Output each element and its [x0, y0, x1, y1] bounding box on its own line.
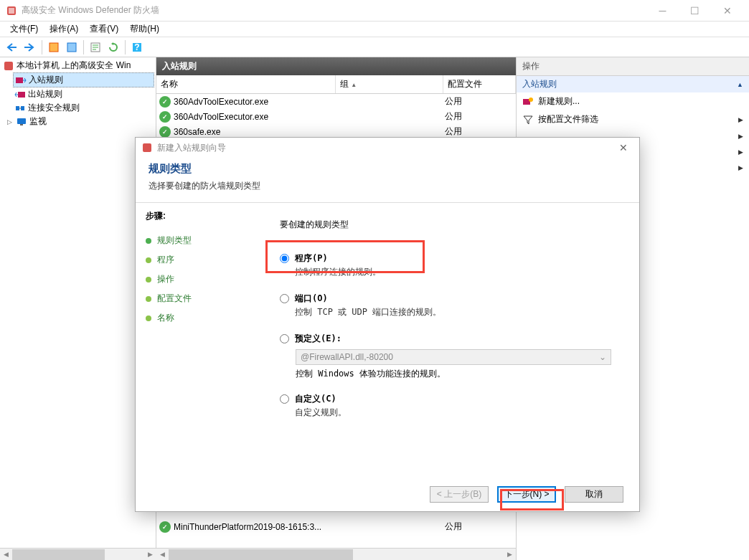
sort-arrow-icon: ▲	[351, 82, 357, 88]
step-profile[interactable]: 配置文件	[146, 289, 251, 308]
svg-text:?: ?	[134, 42, 139, 52]
maximize-button[interactable]: ☐	[679, 1, 711, 21]
tree-outbound[interactable]: 出站规则	[13, 87, 154, 101]
wizard-close-button[interactable]: ✕	[613, 142, 633, 153]
allow-icon: ✓	[159, 126, 171, 138]
predefined-desc: 控制 Windows 体验功能连接的规则。	[296, 368, 621, 380]
radio-custom[interactable]: 自定义(C) 自定义规则。	[280, 391, 621, 420]
menu-view[interactable]: 查看(V)	[84, 22, 124, 37]
step-rule-type[interactable]: 规则类型	[146, 231, 251, 250]
list-header: 名称 组 ▲ 配置文件	[156, 75, 516, 94]
svg-point-15	[529, 98, 533, 102]
col-profile[interactable]: 配置文件	[443, 75, 516, 93]
wizard-dialog: 新建入站规则向导 ✕ 规则类型 选择要创建的防火墙规则类型 步骤: 规则类型 程…	[135, 137, 640, 512]
firewall-icon	[3, 60, 14, 72]
svg-rect-11	[21, 106, 24, 110]
monitor-icon	[16, 116, 27, 128]
menu-action[interactable]: 操作(A)	[44, 22, 84, 37]
svg-rect-8	[16, 77, 23, 83]
action-filter-profile[interactable]: 按配置文件筛选 ▶	[517, 110, 749, 128]
actions-header: 操作	[517, 57, 749, 76]
minimize-button[interactable]: ─	[646, 1, 679, 21]
col-name[interactable]: 名称	[156, 75, 336, 93]
allow-icon: ✓	[159, 111, 171, 123]
close-button[interactable]: ✕	[711, 1, 743, 21]
filter-icon	[522, 114, 534, 125]
title-bar: 高级安全 Windows Defender 防火墙 ─ ☐ ✕	[0, 0, 749, 22]
wizard-icon	[141, 142, 153, 153]
step-action[interactable]: 操作	[146, 270, 251, 289]
radio-program[interactable]: 程序(P) 控制程序连接的规则。	[280, 251, 621, 280]
dropdown-icon: ⌄	[599, 352, 606, 362]
connsec-icon	[14, 103, 26, 114]
svg-rect-3	[67, 43, 76, 52]
wizard-header: 规则类型 选择要创建的防火墙规则类型	[136, 158, 639, 202]
tree-inbound[interactable]: 入站规则	[13, 72, 154, 87]
toolbar-icon-1[interactable]	[46, 39, 62, 55]
center-hscroll[interactable]: ◀▶	[156, 548, 516, 560]
wizard-heading: 规则类型	[149, 162, 626, 176]
back-button: < 上一步(B)	[430, 486, 489, 503]
chevron-right-icon: ▶	[738, 116, 743, 123]
toolbar-icon-3[interactable]	[88, 39, 103, 55]
next-button[interactable]: 下一步(N) >	[497, 486, 556, 503]
radio-program-input[interactable]	[280, 254, 289, 263]
tree-connsec[interactable]: 连接安全规则	[13, 101, 154, 115]
new-rule-icon	[522, 96, 534, 108]
wizard-titlebar: 新建入站规则向导 ✕	[136, 138, 639, 158]
tree-pane: 本地计算机 上的高级安全 Win 入站规则 出站规则 连接安全规则 ▷ 监视	[0, 57, 156, 560]
outbound-icon	[14, 89, 26, 100]
svg-rect-10	[16, 106, 19, 110]
steps-label: 步骤:	[146, 210, 251, 222]
list-row[interactable]: ✓ MiniThunderPlatform2019-08-1615:3... 公…	[156, 519, 516, 534]
wizard-title: 新建入站规则向导	[157, 142, 226, 154]
svg-rect-7	[4, 62, 13, 70]
forward-button[interactable]	[22, 39, 38, 55]
inbound-icon	[15, 75, 27, 86]
toolbar: ?	[0, 37, 749, 57]
svg-rect-16	[143, 143, 151, 152]
radio-custom-input[interactable]	[280, 394, 289, 404]
radio-predefined-input[interactable]	[280, 334, 289, 343]
back-button[interactable]	[4, 39, 20, 55]
radio-predefined[interactable]: 预定义(E):	[280, 331, 621, 346]
wizard-steps: 步骤: 规则类型 程序 操作 配置文件 名称	[136, 203, 261, 477]
svg-rect-1	[9, 8, 14, 14]
menu-bar: 文件(F) 操作(A) 查看(V) 帮助(H)	[0, 22, 749, 37]
actions-section[interactable]: 入站规则 ▲	[517, 76, 749, 92]
collapse-icon: ▲	[737, 81, 743, 88]
predefined-combo: @FirewallAPI.dll,-80200 ⌄	[296, 349, 611, 365]
svg-rect-13	[20, 124, 23, 125]
svg-rect-9	[18, 92, 25, 98]
list-row[interactable]: ✓ 360AdvToolExecutor.exe 公用	[156, 94, 516, 109]
wizard-footer: < 上一步(B) 下一步(N) > 取消	[136, 477, 639, 511]
action-new-rule[interactable]: 新建规则...	[517, 92, 749, 110]
tree-root[interactable]: 本地计算机 上的高级安全 Win	[1, 59, 154, 72]
wizard-prompt: 要创建的规则类型	[280, 219, 621, 231]
window-title: 高级安全 Windows Defender 防火墙	[22, 4, 159, 16]
wizard-content: 要创建的规则类型 程序(P) 控制程序连接的规则。 端口(O) 控制 TCP 或…	[261, 203, 639, 477]
cancel-button[interactable]: 取消	[565, 486, 623, 503]
menu-help[interactable]: 帮助(H)	[124, 22, 165, 37]
radio-port[interactable]: 端口(O) 控制 TCP 或 UDP 端口连接的规则。	[280, 291, 621, 320]
tree-monitor[interactable]: ▷ 监视	[4, 115, 154, 128]
menu-file[interactable]: 文件(F)	[4, 22, 44, 37]
step-program[interactable]: 程序	[146, 250, 251, 270]
step-name[interactable]: 名称	[146, 308, 251, 328]
expand-icon[interactable]: ▷	[6, 118, 14, 125]
svg-rect-12	[17, 118, 26, 124]
wizard-subheading: 选择要创建的防火墙规则类型	[149, 180, 626, 192]
help-button[interactable]: ?	[129, 39, 145, 55]
col-group[interactable]: 组 ▲	[336, 75, 443, 93]
radio-port-input[interactable]	[280, 294, 289, 303]
allow-icon: ✓	[159, 521, 171, 533]
allow-icon: ✓	[159, 96, 171, 108]
tree-hscroll[interactable]: ◀▶	[0, 548, 156, 560]
center-header: 入站规则	[156, 57, 516, 75]
toolbar-icon-2[interactable]	[64, 39, 80, 55]
refresh-button[interactable]	[105, 39, 121, 55]
app-icon	[6, 5, 17, 16]
list-row[interactable]: ✓ 360AdvToolExecutor.exe 公用	[156, 109, 516, 124]
svg-rect-2	[50, 43, 58, 52]
